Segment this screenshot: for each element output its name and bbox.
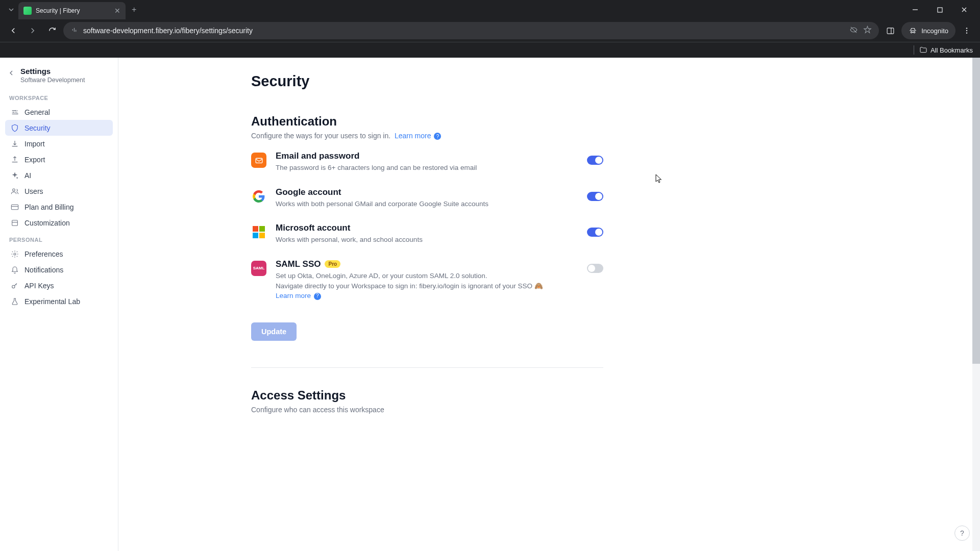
- pro-badge: Pro: [325, 260, 340, 268]
- toggle-saml[interactable]: [587, 264, 603, 273]
- svg-point-10: [12, 189, 15, 191]
- auth-microsoft-desc: Works with personal, work, and school ac…: [276, 235, 578, 245]
- toggle-microsoft[interactable]: [587, 228, 603, 237]
- tab-search-dropdown[interactable]: [4, 3, 18, 17]
- back-arrow-icon[interactable]: [7, 69, 15, 79]
- sidebar-item-notifications[interactable]: Notifications: [5, 262, 113, 278]
- sidebar-item-general[interactable]: General: [5, 104, 113, 120]
- sidebar-item-label: Users: [24, 187, 43, 195]
- back-button[interactable]: [5, 22, 21, 39]
- folder-icon: [919, 46, 927, 54]
- sidebar-item-plan-billing[interactable]: Plan and Billing: [5, 199, 113, 215]
- flask-icon: [10, 297, 19, 306]
- auth-saml-desc: Set up Okta, OneLogin, Azure AD, or your…: [276, 271, 578, 301]
- new-tab-button[interactable]: +: [132, 5, 136, 14]
- main-content: Security Authentication Configure the wa…: [118, 58, 980, 551]
- access-settings-desc: Configure who can access this workspace: [251, 406, 603, 414]
- svg-point-16: [12, 285, 14, 288]
- auth-method-email: Email and password The password is 6+ ch…: [251, 151, 603, 173]
- svg-point-4: [966, 28, 967, 29]
- browser-tab[interactable]: Security | Fibery ✕: [18, 2, 126, 19]
- auth-google-title: Google account: [276, 187, 578, 197]
- tab-title: Security | Fibery: [36, 7, 110, 14]
- help-icon[interactable]: ?: [434, 133, 441, 140]
- url-text: software-development.fibery.io/fibery/se…: [83, 27, 844, 35]
- sidebar-item-users[interactable]: Users: [5, 183, 113, 199]
- maximize-button[interactable]: [932, 2, 947, 17]
- gear-icon: [10, 249, 19, 258]
- all-bookmarks-button[interactable]: All Bookmarks: [919, 46, 973, 54]
- browser-menu-button[interactable]: [959, 22, 975, 39]
- sidebar-item-label: Preferences: [24, 250, 63, 258]
- incognito-icon: [909, 27, 917, 35]
- sidebar-item-experimental-lab[interactable]: Experimental Lab: [5, 293, 113, 309]
- tab-favicon: [23, 7, 32, 15]
- settings-sidebar: Settings Software Development WORKSPACE …: [0, 58, 118, 551]
- reload-button[interactable]: [44, 22, 60, 39]
- square-icon: [10, 218, 19, 227]
- email-icon: [251, 153, 266, 168]
- auth-email-title: Email and password: [276, 151, 578, 161]
- side-panel-button[interactable]: [882, 22, 898, 39]
- auth-method-microsoft: Microsoft account Works with personal, w…: [251, 223, 603, 245]
- svg-rect-11: [11, 205, 18, 209]
- sidebar-item-label: Customization: [24, 219, 70, 227]
- toggle-google[interactable]: [587, 192, 603, 201]
- minimize-button[interactable]: [908, 2, 923, 17]
- sidebar-item-customization[interactable]: Customization: [5, 215, 113, 231]
- sidebar-item-label: AI: [24, 171, 31, 180]
- import-icon: [10, 139, 19, 148]
- app-container: Settings Software Development WORKSPACE …: [0, 58, 980, 551]
- sidebar-item-api-keys[interactable]: API Keys: [5, 278, 113, 293]
- address-bar[interactable]: software-development.fibery.io/fibery/se…: [63, 22, 879, 39]
- sidebar-item-preferences[interactable]: Preferences: [5, 246, 113, 262]
- eye-blocked-icon[interactable]: [849, 26, 858, 36]
- help-icon[interactable]: ?: [314, 293, 321, 300]
- sidebar-item-export[interactable]: Export: [5, 152, 113, 167]
- close-window-button[interactable]: [957, 2, 972, 17]
- page-title: Security: [251, 73, 603, 90]
- sidebar-item-ai[interactable]: AI: [5, 167, 113, 183]
- auth-method-google: Google account Works with both personal …: [251, 187, 603, 209]
- browser-chrome: Security | Fibery ✕ + software-developme…: [0, 0, 980, 58]
- tab-close-icon[interactable]: ✕: [114, 7, 120, 15]
- auth-microsoft-title: Microsoft account: [276, 223, 578, 233]
- address-bar-row: software-development.fibery.io/fibery/se…: [0, 19, 980, 42]
- sidebar-item-label: API Keys: [24, 282, 54, 290]
- toggle-email[interactable]: [587, 156, 603, 165]
- sidebar-item-import[interactable]: Import: [5, 136, 113, 152]
- section-divider: [251, 367, 603, 368]
- forward-button[interactable]: [24, 22, 41, 39]
- svg-point-7: [15, 110, 16, 111]
- update-button[interactable]: Update: [251, 322, 297, 341]
- workspace-section-label: WORKSPACE: [5, 95, 113, 101]
- svg-rect-1: [938, 8, 942, 12]
- svg-point-15: [14, 253, 16, 255]
- mouse-cursor: [655, 174, 663, 184]
- help-fab-button[interactable]: ?: [954, 525, 970, 541]
- auth-method-saml: SAML SAML SSO Pro Set up Okta, OneLogin,…: [251, 259, 603, 301]
- access-settings-heading: Access Settings: [251, 388, 603, 403]
- bookmark-star-icon[interactable]: [863, 26, 872, 36]
- svg-point-8: [13, 112, 14, 113]
- window-controls: [908, 2, 976, 17]
- learn-more-link[interactable]: Learn more: [395, 132, 431, 140]
- sidebar-item-label: Notifications: [24, 266, 63, 274]
- incognito-badge[interactable]: Incognito: [901, 22, 955, 39]
- card-icon: [10, 203, 19, 211]
- svg-rect-13: [12, 220, 17, 226]
- saml-icon: SAML: [251, 261, 266, 276]
- auth-saml-title: SAML SSO Pro: [276, 259, 578, 269]
- saml-learn-more-link[interactable]: Learn more: [276, 292, 311, 299]
- svg-rect-2: [887, 28, 894, 33]
- site-settings-icon[interactable]: [70, 26, 78, 36]
- sidebar-item-label: Plan and Billing: [24, 203, 74, 211]
- sidebar-item-security[interactable]: Security: [5, 120, 113, 136]
- microsoft-icon: [251, 224, 266, 240]
- sidebar-item-label: Import: [24, 140, 45, 148]
- auth-google-desc: Works with both personal GMail and corpo…: [276, 199, 578, 209]
- scrollbar-thumb[interactable]: [972, 58, 980, 364]
- svg-rect-17: [256, 158, 262, 163]
- vertical-scrollbar[interactable]: [972, 58, 980, 551]
- auth-email-desc: The password is 6+ characters long and c…: [276, 163, 578, 173]
